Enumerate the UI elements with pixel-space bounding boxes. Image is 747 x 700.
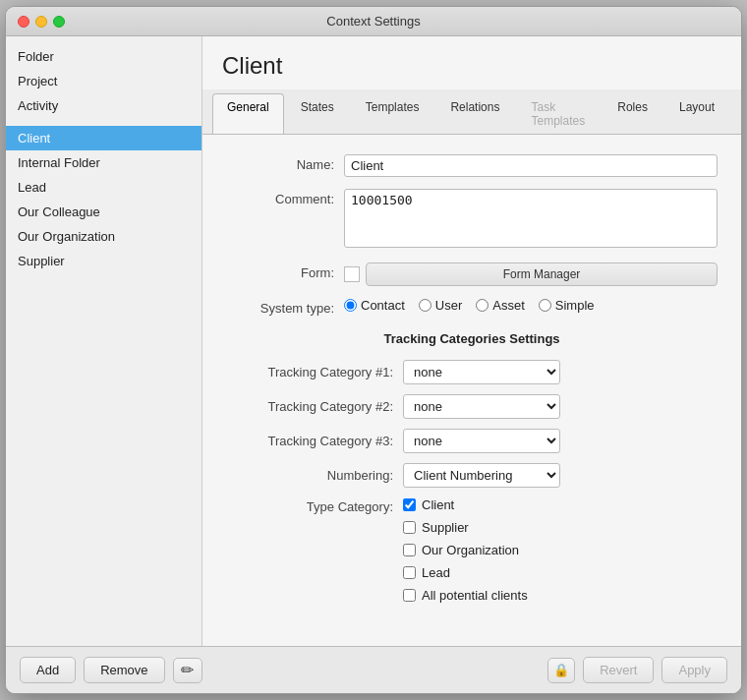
tc-lead-checkbox[interactable] xyxy=(403,566,416,579)
tab-layout[interactable]: Layout xyxy=(664,93,729,134)
revert-button[interactable]: Revert xyxy=(583,657,654,683)
sidebar-item-folder[interactable]: Folder xyxy=(6,44,201,69)
tc-client[interactable]: Client xyxy=(403,497,528,512)
main-window: Context Settings Folder Project Activity… xyxy=(5,6,742,694)
tc-our-organization-checkbox[interactable] xyxy=(403,544,416,556)
tc-supplier-checkbox[interactable] xyxy=(403,521,416,534)
system-type-radio-group: Contact User Asset xyxy=(344,298,718,313)
name-input[interactable] xyxy=(344,154,718,177)
add-button[interactable]: Add xyxy=(20,657,76,683)
system-type-label: System type: xyxy=(226,298,344,320)
tc-supplier-label: Supplier xyxy=(422,520,469,535)
lock-button[interactable]: 🔒 xyxy=(547,658,575,683)
tc-all-potential-clients-checkbox[interactable] xyxy=(403,589,416,602)
sidebar-item-our-colleague[interactable]: Our Colleague xyxy=(6,200,201,224)
window-title: Context Settings xyxy=(326,14,420,29)
apply-button[interactable]: Apply xyxy=(661,657,727,683)
sidebar-item-activity[interactable]: Activity xyxy=(6,93,201,118)
form-manager-control: Form Manager xyxy=(344,262,718,286)
sidebar-item-lead[interactable]: Lead xyxy=(6,175,201,200)
tc-supplier[interactable]: Supplier xyxy=(403,520,528,535)
tc-lead-label: Lead xyxy=(422,565,450,580)
numbering-label: Numbering: xyxy=(226,468,403,483)
sidebar-item-project[interactable]: Project xyxy=(6,69,201,93)
main-content: Folder Project Activity Client Internal … xyxy=(6,36,741,646)
remove-button[interactable]: Remove xyxy=(84,657,164,683)
right-panel: Client General States Templates Relation… xyxy=(202,36,741,646)
radio-user-label: User xyxy=(435,298,462,313)
system-type-row: System type: Contact User xyxy=(226,298,718,320)
tab-templates[interactable]: Templates xyxy=(351,93,434,134)
numbering-select[interactable]: Client Numbering Default Numbering xyxy=(403,463,560,488)
bottom-bar: Add Remove ✏ 🔒 Revert Apply xyxy=(6,646,741,693)
comment-row: Comment: 10001500 xyxy=(226,189,718,251)
tabs-bar: General States Templates Relations Task … xyxy=(202,89,741,135)
minimize-button[interactable] xyxy=(35,16,47,28)
tracking-category-1-label: Tracking Category #1: xyxy=(226,365,403,379)
bottom-right: 🔒 Revert Apply xyxy=(547,657,727,683)
sidebar-item-client[interactable]: Client xyxy=(6,126,201,150)
maximize-button[interactable] xyxy=(53,16,65,28)
tracking-category-2-row: Tracking Category #2: none xyxy=(226,394,718,419)
radio-asset-input[interactable] xyxy=(476,299,488,312)
radio-simple[interactable]: Simple xyxy=(539,298,595,313)
name-row: Name: xyxy=(226,154,718,177)
radio-asset-label: Asset xyxy=(492,298,525,313)
name-control xyxy=(344,154,718,177)
tc-our-organization-label: Our Organization xyxy=(422,543,519,557)
radio-simple-label: Simple xyxy=(555,298,595,313)
close-button[interactable] xyxy=(18,16,29,28)
sidebar-item-supplier[interactable]: Supplier xyxy=(6,249,201,273)
type-category-checkboxes: Client Supplier Our Organization Le xyxy=(403,497,528,603)
form-checkbox[interactable] xyxy=(344,266,360,282)
radio-contact-label: Contact xyxy=(361,298,405,313)
numbering-row: Numbering: Client Numbering Default Numb… xyxy=(226,463,718,488)
tracking-section-title: Tracking Categories Settings xyxy=(226,331,718,346)
lock-icon: 🔒 xyxy=(553,663,569,677)
tc-client-checkbox[interactable] xyxy=(403,498,416,511)
type-category-section: Type Category: Client Supplier Our Or xyxy=(226,497,718,603)
radio-user-input[interactable] xyxy=(419,299,431,312)
form-label: Form: xyxy=(226,262,344,284)
tab-general[interactable]: General xyxy=(212,93,284,134)
tracking-category-3-label: Tracking Category #3: xyxy=(226,434,403,448)
comment-input[interactable]: 10001500 xyxy=(344,189,718,248)
tab-states[interactable]: States xyxy=(286,93,349,134)
comment-label: Comment: xyxy=(226,189,344,210)
radio-contact-input[interactable] xyxy=(344,299,357,312)
sidebar-item-our-organization[interactable]: Our Organization xyxy=(6,224,201,249)
tab-roles[interactable]: Roles xyxy=(603,93,662,134)
radio-contact[interactable]: Contact xyxy=(344,298,405,313)
tracking-category-1-select[interactable]: none xyxy=(403,360,560,384)
radio-asset[interactable]: Asset xyxy=(476,298,525,313)
comment-control: 10001500 xyxy=(344,189,718,251)
tc-our-organization[interactable]: Our Organization xyxy=(403,543,528,557)
traffic-lights xyxy=(18,16,65,28)
tab-task-templates: Task Templates xyxy=(516,93,601,134)
sidebar: Folder Project Activity Client Internal … xyxy=(6,36,202,646)
tc-all-potential-clients[interactable]: All potential clients xyxy=(403,588,528,603)
tracking-category-3-select[interactable]: none xyxy=(403,429,560,453)
tc-client-label: Client xyxy=(422,497,454,512)
tracking-category-3-row: Tracking Category #3: none xyxy=(226,429,718,453)
sidebar-item-internal-folder[interactable]: Internal Folder xyxy=(6,150,201,175)
form-area: Name: Comment: 10001500 Form: xyxy=(202,135,741,646)
tc-lead[interactable]: Lead xyxy=(403,565,528,580)
tc-all-potential-clients-label: All potential clients xyxy=(422,588,528,603)
bottom-left: Add Remove ✏ xyxy=(20,657,202,683)
form-row: Form: Form Manager xyxy=(226,262,718,286)
name-label: Name: xyxy=(226,154,344,176)
edit-icon-button[interactable]: ✏ xyxy=(173,658,202,683)
tracking-category-2-label: Tracking Category #2: xyxy=(226,399,403,414)
titlebar: Context Settings xyxy=(6,7,741,36)
radio-user[interactable]: User xyxy=(419,298,462,313)
tab-relations[interactable]: Relations xyxy=(435,93,514,134)
tracking-category-1-row: Tracking Category #1: none xyxy=(226,360,718,384)
radio-simple-input[interactable] xyxy=(539,299,551,312)
edit-icon: ✏ xyxy=(181,661,194,679)
system-type-control: Contact User Asset xyxy=(344,298,718,313)
tracking-category-2-select[interactable]: none xyxy=(403,394,560,419)
page-title: Client xyxy=(202,36,741,89)
type-category-label: Type Category: xyxy=(226,497,403,603)
form-manager-button[interactable]: Form Manager xyxy=(366,262,718,286)
